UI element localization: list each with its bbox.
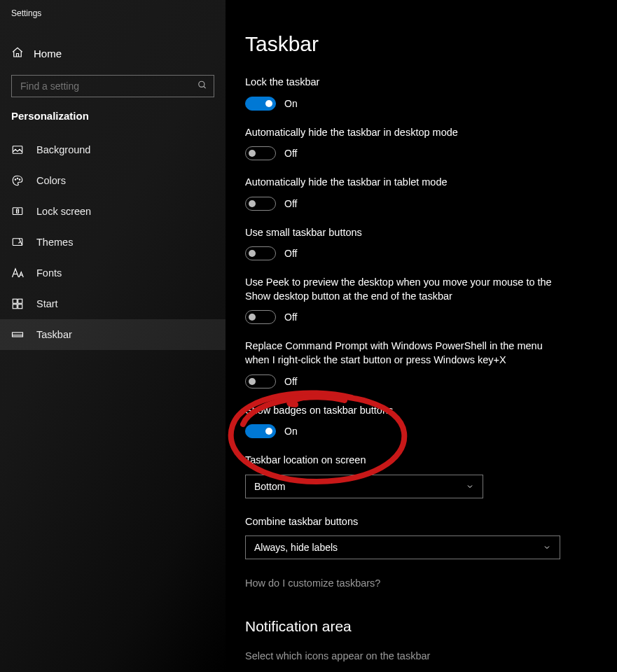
svg-point-4: [17, 178, 18, 179]
toggle-state: Off: [284, 312, 297, 323]
section-title-notification-area: Notification area: [245, 618, 597, 635]
sidebar-item-start[interactable]: Start: [0, 288, 226, 319]
sidebar-item-label: Themes: [36, 237, 73, 248]
svg-rect-13: [13, 332, 23, 337]
toggle-state: Off: [284, 248, 297, 259]
svg-rect-12: [18, 304, 22, 309]
main-content: Taskbar Lock the taskbar On Automaticall…: [226, 0, 617, 672]
svg-rect-11: [13, 304, 17, 309]
setting-lock-taskbar: Lock the taskbar On: [245, 76, 560, 111]
page-title: Taskbar: [245, 32, 597, 56]
setting-label: Replace Command Prompt with Windows Powe…: [245, 340, 567, 367]
setting-label: Lock the taskbar: [245, 76, 560, 90]
setting-label: Use small taskbar buttons: [245, 226, 560, 240]
sidebar-item-label: Start: [36, 298, 58, 309]
fonts-icon: [11, 267, 24, 279]
sidebar-item-label: Fonts: [36, 267, 62, 279]
themes-icon: [11, 236, 24, 248]
picture-icon: [11, 144, 24, 156]
toggle-state: Off: [284, 376, 297, 387]
search-input[interactable]: [11, 75, 214, 97]
sidebar-item-lock-screen[interactable]: Lock screen: [0, 196, 226, 227]
toggle-badges[interactable]: [245, 424, 276, 438]
setting-label: Taskbar location on screen: [245, 454, 560, 468]
setting-autohide-tablet: Automatically hide the taskbar in tablet…: [245, 176, 560, 211]
toggle-state: Off: [284, 198, 297, 209]
select-value: Bottom: [254, 481, 285, 492]
sidebar-item-themes[interactable]: Themes: [0, 227, 226, 258]
svg-rect-7: [17, 211, 19, 213]
toggle-small-buttons[interactable]: [245, 246, 276, 260]
toggle-lock-taskbar[interactable]: [245, 97, 276, 111]
sidebar-item-colors[interactable]: Colors: [0, 165, 226, 196]
home-nav[interactable]: Home: [0, 41, 226, 66]
sidebar-item-label: Colors: [36, 175, 66, 186]
svg-rect-10: [18, 299, 22, 303]
link-select-icons[interactable]: Select which icons appear on the taskbar: [245, 650, 597, 662]
start-icon: [11, 298, 24, 310]
sidebar-item-label: Taskbar: [36, 329, 72, 340]
setting-autohide-desktop: Automatically hide the taskbar in deskto…: [245, 126, 560, 161]
setting-peek: Use Peek to preview the desktop when you…: [245, 276, 567, 324]
setting-label: Automatically hide the taskbar in deskto…: [245, 126, 560, 140]
toggle-powershell[interactable]: [245, 374, 276, 388]
svg-rect-2: [13, 146, 22, 154]
setting-taskbar-location: Taskbar location on screen Bottom: [245, 454, 560, 498]
lock-screen-icon: [11, 205, 24, 218]
sidebar-nav: Background Colors Lock screen: [0, 134, 226, 350]
help-link-customize-taskbars[interactable]: How do I customize taskbars?: [245, 578, 597, 589]
setting-badges: Show badges on taskbar buttons On: [245, 404, 560, 439]
chevron-down-icon: [466, 482, 474, 491]
toggle-autohide-desktop[interactable]: [245, 146, 276, 160]
sidebar: Settings Home Personalization: [0, 0, 226, 672]
palette-icon: [11, 174, 24, 187]
sidebar-section-label: Personalization: [0, 110, 226, 134]
setting-powershell: Replace Command Prompt with Windows Powe…: [245, 340, 567, 388]
sidebar-item-background[interactable]: Background: [0, 134, 226, 165]
home-label: Home: [34, 48, 62, 59]
toggle-state: Off: [284, 148, 297, 159]
sidebar-item-label: Lock screen: [36, 206, 91, 217]
select-value: Always, hide labels: [254, 542, 338, 553]
sidebar-item-taskbar[interactable]: Taskbar: [0, 319, 226, 350]
sidebar-item-fonts[interactable]: Fonts: [0, 258, 226, 288]
setting-label: Use Peek to preview the desktop when you…: [245, 276, 567, 303]
window-title: Settings: [0, 8, 226, 18]
toggle-state: On: [284, 426, 298, 437]
taskbar-location-select[interactable]: Bottom: [245, 475, 483, 498]
svg-rect-9: [13, 299, 17, 303]
toggle-state: On: [284, 98, 298, 109]
sidebar-item-label: Background: [36, 144, 90, 155]
home-icon: [11, 46, 24, 61]
setting-combine-buttons: Combine taskbar buttons Always, hide lab…: [245, 515, 560, 560]
setting-label: Automatically hide the taskbar in tablet…: [245, 176, 560, 190]
setting-label: Show badges on taskbar buttons: [245, 404, 560, 418]
toggle-peek[interactable]: [245, 310, 276, 324]
chevron-down-icon: [543, 543, 551, 552]
combine-buttons-select[interactable]: Always, hide labels: [245, 536, 560, 559]
setting-small-buttons: Use small taskbar buttons Off: [245, 226, 560, 261]
taskbar-icon: [11, 328, 24, 341]
setting-label: Combine taskbar buttons: [245, 515, 560, 529]
toggle-autohide-tablet[interactable]: [245, 197, 276, 211]
svg-point-3: [15, 179, 16, 181]
svg-point-5: [19, 179, 20, 181]
